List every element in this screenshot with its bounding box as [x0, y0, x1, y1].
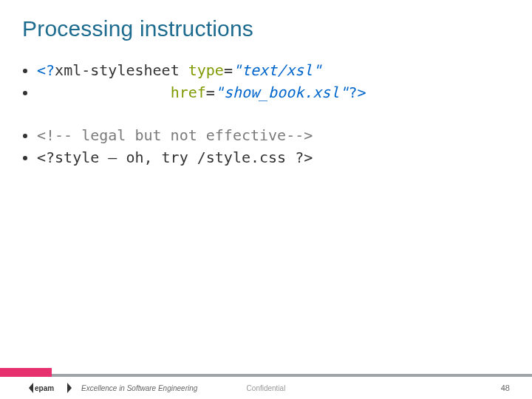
- equals: =: [206, 83, 215, 101]
- slide: Processing instructions <?xml-stylesheet…: [0, 0, 532, 399]
- pi-close: ?>: [348, 83, 366, 101]
- svg-marker-1: [67, 383, 72, 393]
- footer: epam Excellence in Software Engineering …: [0, 377, 532, 399]
- code-list: <?xml-stylesheet type="text/xsl" href="s…: [22, 59, 510, 168]
- blank-line: [37, 103, 510, 124]
- pi-target: xml-stylesheet: [55, 61, 188, 79]
- comment-line: <!-- legal but not effective-->: [37, 126, 313, 144]
- attr-type: type: [188, 61, 224, 79]
- epam-logo-icon: epam: [28, 381, 72, 395]
- logo-epam: epam: [28, 381, 72, 395]
- code-line-3: <!-- legal but not effective-->: [37, 124, 510, 146]
- divider-bar: [0, 368, 532, 377]
- slide-title: Processing instructions: [22, 16, 253, 41]
- indent: [37, 83, 171, 101]
- footer-tagline: Excellence in Software Engineering: [81, 384, 197, 392]
- val-type: "text/xsl": [233, 61, 321, 79]
- attr-href: href: [171, 83, 206, 101]
- plain-line: <?style – oh, try /style.css ?>: [37, 149, 313, 166]
- code-line-2: href="show_book.xsl"?>: [37, 81, 510, 103]
- code-line-1: <?xml-stylesheet type="text/xsl": [37, 59, 510, 81]
- svg-marker-0: [29, 383, 33, 393]
- footer-confidential: Confidential: [247, 384, 286, 392]
- page-number: 48: [501, 383, 510, 392]
- val-href: "show_book.xsl": [215, 83, 349, 101]
- logo-text: epam: [35, 384, 54, 392]
- accent-bar: [0, 368, 52, 377]
- pi-open: <?: [37, 61, 55, 79]
- code-line-4: <?style – oh, try /style.css ?>: [37, 146, 510, 168]
- slide-content: <?xml-stylesheet type="text/xsl" href="s…: [22, 59, 510, 168]
- equals: =: [224, 61, 233, 79]
